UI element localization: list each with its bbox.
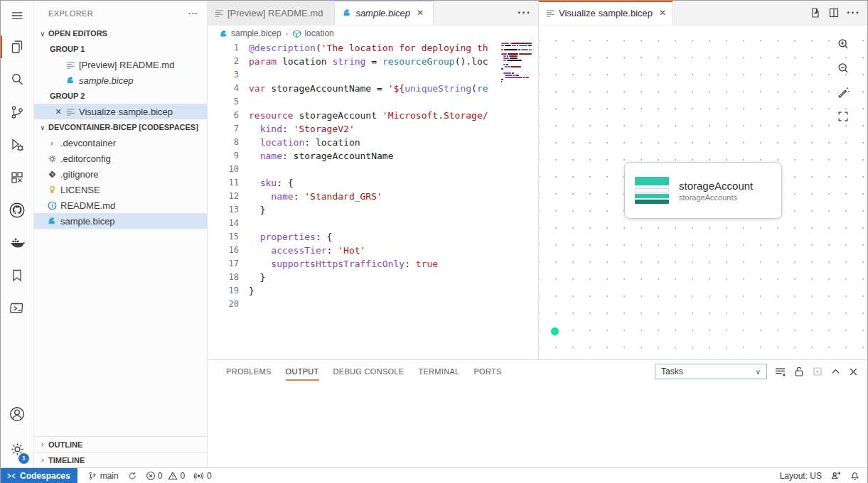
close-panel-icon[interactable] [848,367,859,377]
open-editors-group2-label: GROUP 2 [34,88,207,104]
zoom-in-icon[interactable] [836,37,850,51]
chevron-right-icon: › [284,29,290,38]
connection-dot [551,327,559,335]
tree-item-gitignore[interactable]: .gitignore [34,166,207,182]
chevron-down-icon: ∨ [756,368,761,376]
tree-item-readme[interactable]: README.md [34,197,207,213]
minimap[interactable] [500,43,532,142]
zoom-out-icon[interactable] [836,61,850,75]
tree-item-devcontainer[interactable]: › .devcontainer [34,135,207,151]
breadcrumb[interactable]: sample.bicep › location [208,26,538,41]
chevron-down-icon: ∨ [37,30,48,38]
split-editor-icon[interactable] [828,7,840,18]
code-line: 20 [208,298,538,311]
tree-item-editorconfig[interactable]: .editorconfig [34,151,207,166]
code-line: 6resource storageAccount 'Microsoft.Stor… [208,109,538,122]
tab-ports[interactable]: PORTS [466,362,508,381]
code-editor[interactable]: 1@description('The location for deployin… [208,41,538,358]
keyboard-layout-indicator[interactable]: Layout: US [776,471,826,481]
code-line: 4var storageAccountName = '${uniqueStrin… [208,82,538,95]
preview-icon [546,9,555,18]
tab-terminal[interactable]: TERMINAL [411,362,466,381]
sync-icon[interactable] [123,468,141,483]
close-icon[interactable]: ✕ [53,107,64,116]
open-editor-item-visualize[interactable]: ✕ Visualize sample.bicep [34,104,207,119]
tab-problems[interactable]: PROBLEMS [219,362,279,381]
resource-node-storage-account[interactable]: storageAccount storageAccounts [624,162,782,219]
tree-item-license[interactable]: LICENSE [34,182,207,197]
minimap-content [500,43,532,85]
sidebar-more-actions-icon[interactable]: ··· [188,9,198,18]
unlock-icon[interactable] [793,366,805,377]
tab-readme-preview[interactable]: [Preview] README.md [208,1,335,25]
clear-output-icon[interactable] [774,366,786,378]
source-control-icon[interactable] [1,96,33,129]
sidebar-title-row: EXPLORER ··· [34,1,207,26]
powershell-icon[interactable] [1,292,33,325]
tree-item-sample-bicep[interactable]: sample.bicep [34,213,207,229]
github-icon[interactable] [1,194,33,227]
status-bar-right: Layout: US [776,470,867,481]
code-line: 5 [208,95,538,109]
remote-indicator[interactable]: Codespaces [1,468,77,483]
more-actions-icon[interactable]: ··· [518,6,531,19]
gear-icon [45,154,58,163]
code-line: 15 properties: { [208,230,538,244]
timeline-section[interactable]: › TIMELINE [34,452,207,467]
ports-indicator[interactable]: 0 [189,468,216,483]
tab-output[interactable]: OUTPUT [279,362,326,381]
fit-to-screen-icon[interactable] [836,109,850,124]
open-editor-item-readme-preview[interactable]: [Preview] README.md [34,57,207,72]
breadcrumb-file[interactable]: sample.bicep [231,28,282,38]
explorer-icon[interactable] [1,31,33,63]
node-subtitle: storageAccounts [679,193,753,202]
open-editor-item-sample-bicep[interactable]: sample.bicep [34,72,207,88]
preview-icon [64,107,77,116]
more-actions-icon[interactable]: ··· [847,6,860,19]
output-channel-select[interactable]: Tasks ∨ [655,364,767,379]
menu-icon[interactable] [1,1,33,31]
open-editors-header[interactable]: ∨ OPEN EDITORS [34,26,207,41]
code-line: 10 [208,163,538,176]
maximize-panel-icon[interactable] [830,367,841,377]
workspace-folder-header[interactable]: ∨ DEVCONTAINER-BICEP [CODESPACES] [34,119,207,135]
activity-bar-spacer [1,325,33,398]
open-source-file-icon[interactable] [810,7,821,18]
bottom-panel: PROBLEMS OUTPUT DEBUG CONSOLE TERMINAL P… [208,359,867,467]
relayout-wand-icon[interactable] [836,85,850,99]
docker-icon[interactable] [1,227,33,259]
accounts-icon[interactable] [1,398,33,430]
warning-count: 0 [180,471,185,481]
bicep-visualizer-canvas[interactable]: storageAccount storageAccounts [539,26,867,359]
code-line: 8 location: location [208,136,538,149]
tab-bar-group1: [Preview] README.md sample.bicep ✕ ··· [208,1,538,26]
outline-section[interactable]: › OUTLINE [34,436,207,452]
tab-sample-bicep[interactable]: sample.bicep ✕ [335,1,434,25]
panel-tab-bar: PROBLEMS OUTPUT DEBUG CONSOLE TERMINAL P… [208,360,867,383]
code-line: 17 supportsHttpsTrafficOnly: true [208,257,538,271]
search-icon[interactable] [1,63,33,96]
run-and-debug-icon[interactable] [1,129,33,161]
settings-badge: 1 [18,453,29,464]
code-line: 1@description('The location for deployin… [208,41,538,55]
close-icon[interactable]: ✕ [657,8,668,18]
extensions-icon[interactable] [1,161,33,194]
tab-visualize-bicep[interactable]: Visualize sample.bicep ✕ [539,1,673,25]
bicep-icon [342,8,352,18]
code-line: 7 kind: 'StorageV2' [208,122,538,136]
branch-indicator[interactable]: main [83,468,123,483]
breadcrumb-symbol[interactable]: location [304,28,333,38]
info-icon [45,201,58,210]
explorer-sidebar: EXPLORER ··· ∨ OPEN EDITORS GROUP 1 [Pre… [34,1,208,467]
code-line: 19} [208,284,538,298]
feedback-icon[interactable] [826,470,845,481]
activity-bar: 1 [1,1,34,467]
markdown-preview-icon [215,9,224,18]
bookmarks-icon[interactable] [1,259,33,292]
close-icon[interactable]: ✕ [414,8,426,18]
tab-debug-console[interactable]: DEBUG CONSOLE [326,362,412,381]
problems-indicator[interactable]: 0 0 [141,468,189,483]
notifications-bell-icon[interactable] [845,470,867,481]
settings-gear-icon[interactable]: 1 [1,430,33,467]
editor-group-2: Visualize sample.bicep ✕ ··· [539,1,867,359]
